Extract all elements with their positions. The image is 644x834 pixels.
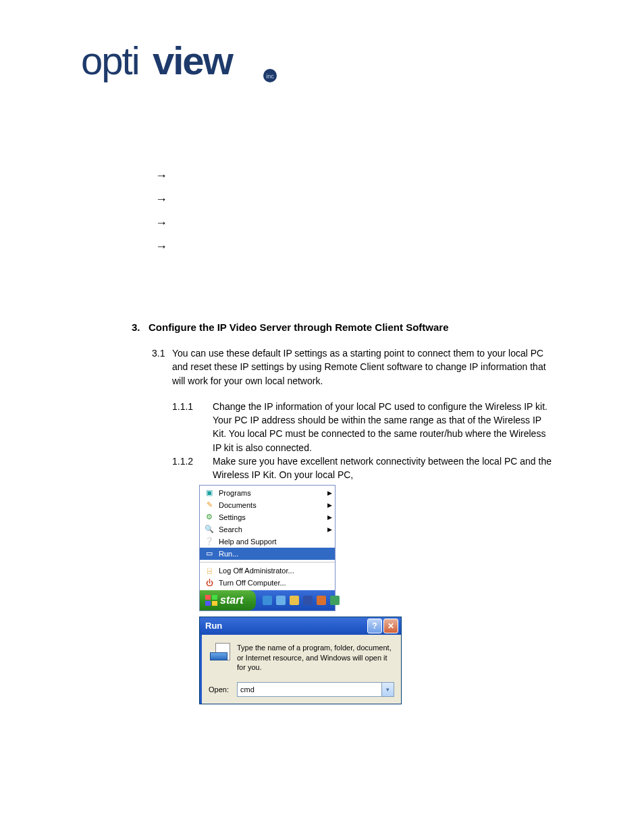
open-label: Open: (209, 685, 232, 694)
paragraph-3-1: 3.1 You can use these default IP setting… (152, 346, 556, 388)
menu-item-logoff[interactable]: ⍈ Log Off Administrator... (200, 565, 335, 577)
menu-divider (200, 562, 335, 563)
run-icon: ▭ (204, 548, 215, 559)
menu-item-documents[interactable]: ✎ Documents ▶ (200, 499, 335, 511)
sub-number: 1.1.2 (172, 454, 213, 482)
menu-item-help[interactable]: ❔ Help and Support (200, 536, 335, 548)
svg-text:view: view (153, 41, 234, 82)
svg-text:opti: opti (81, 41, 139, 82)
quick-launch (263, 596, 340, 605)
paragraph-text: You can use these default IP settings as… (172, 346, 556, 388)
search-icon: 🔍 (204, 524, 215, 535)
submenu-arrow-icon: ▶ (327, 526, 332, 533)
section-title: Configure the IP Video Server through Re… (149, 321, 449, 333)
menu-label: Log Off Administrator... (219, 567, 332, 575)
help-button[interactable]: ? (367, 619, 382, 633)
menu-item-programs[interactable]: ▣ Programs ▶ (200, 487, 335, 499)
logoff-icon: ⍈ (204, 565, 215, 576)
submenu-arrow-icon: ▶ (327, 514, 332, 521)
menu-label: Turn Off Computer... (219, 579, 332, 587)
sub-number: 1.1.1 (172, 400, 213, 454)
menu-label: Search (219, 525, 327, 533)
open-combobox[interactable]: ▾ (237, 682, 394, 697)
run-title-text: Run (205, 621, 222, 631)
menu-item-search[interactable]: 🔍 Search ▶ (200, 523, 335, 536)
run-dialog-icon (209, 643, 230, 662)
tray-icon[interactable] (303, 596, 313, 605)
menu-item-settings[interactable]: ⚙ Settings ▶ (200, 511, 335, 523)
documents-icon: ✎ (204, 500, 215, 511)
logo: opti view inc (81, 41, 576, 88)
menu-item-turnoff[interactable]: ⏻ Turn Off Computer... (200, 577, 335, 589)
section-number: 3. (132, 321, 140, 333)
arrow-list: → → → → (155, 169, 576, 254)
paragraph-number: 3.1 (152, 346, 172, 388)
tray-icon[interactable] (330, 596, 340, 605)
start-menu: ▣ Programs ▶ ✎ Documents ▶ ⚙ Settings ▶ … (199, 485, 336, 611)
power-icon: ⏻ (204, 577, 215, 588)
tray-icon[interactable] (276, 596, 286, 605)
help-icon: ❔ (204, 536, 215, 547)
submenu-arrow-icon: ▶ (327, 502, 332, 509)
settings-icon: ⚙ (204, 512, 215, 523)
start-label: start (220, 594, 244, 606)
programs-icon: ▣ (204, 488, 215, 498)
sub-1-1-2: 1.1.2 Make sure you have excellent netwo… (172, 454, 556, 482)
menu-item-run[interactable]: ▭ Run... (200, 548, 335, 560)
dropdown-button[interactable]: ▾ (381, 683, 394, 696)
arrow-icon: → (155, 216, 576, 230)
arrow-icon: → (155, 192, 576, 207)
submenu-arrow-icon: ▶ (327, 490, 332, 496)
taskbar: start (200, 590, 335, 610)
section-heading: 3. Configure the IP Video Server through… (132, 321, 576, 333)
start-button[interactable]: start (200, 590, 256, 610)
tray-icon[interactable] (263, 596, 272, 605)
menu-label: Programs (219, 489, 327, 497)
menu-label: Run... (219, 550, 332, 558)
arrow-icon: → (155, 240, 576, 254)
run-description: Type the name of a program, folder, docu… (237, 643, 394, 673)
menu-label: Help and Support (219, 538, 332, 546)
tray-icon[interactable] (317, 596, 326, 605)
svg-text:inc: inc (266, 73, 274, 80)
menu-label: Settings (219, 513, 327, 521)
tray-icon[interactable] (290, 596, 299, 605)
run-titlebar: Run ? ✕ (200, 617, 401, 635)
arrow-icon: → (155, 169, 576, 183)
open-input[interactable] (238, 683, 381, 696)
sub-text: Make sure you have excellent network con… (213, 454, 556, 482)
menu-label: Documents (219, 501, 327, 509)
sub-1-1-1: 1.1.1 Change the IP information of your … (172, 400, 556, 454)
windows-flag-icon (205, 595, 217, 606)
run-dialog: Run ? ✕ Type the name of a program, fold… (199, 617, 402, 705)
close-button[interactable]: ✕ (383, 619, 398, 633)
sub-text: Change the IP information of your local … (213, 400, 556, 454)
screenshot-area: ▣ Programs ▶ ✎ Documents ▶ ⚙ Settings ▶ … (199, 485, 402, 705)
